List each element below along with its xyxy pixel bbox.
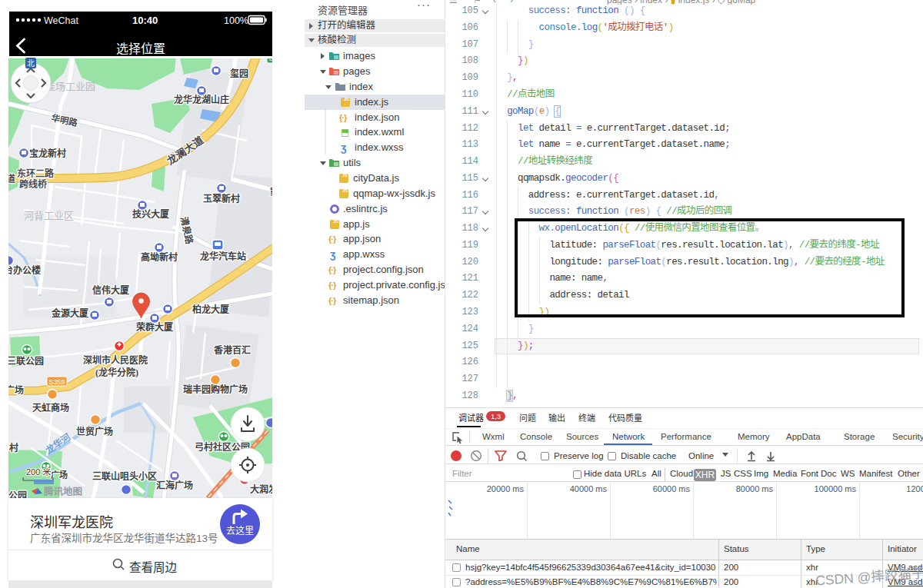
svg-text:腾讯地图: 腾讯地图 [43, 483, 82, 498]
svg-text:家: 家 [270, 184, 272, 198]
svg-text:三联公园: 三联公园 [8, 354, 44, 367]
svg-text:村: 村 [9, 440, 18, 453]
svg-text:世贸广场: 世贸广场 [76, 424, 113, 437]
svg-text:深圳市人民医院: 深圳市人民医院 [83, 353, 148, 366]
svg-text:柏龙大厦: 柏龙大厦 [192, 302, 230, 315]
svg-text:龙华汽车站: 龙华汽车站 [200, 249, 246, 262]
svg-text:河背工业区: 河背工业区 [24, 208, 74, 222]
svg-text:宝龙新村: 宝龙新村 [29, 146, 66, 159]
svg-text:(龙华分院): (龙华分院) [95, 365, 138, 378]
svg-text:技兴大厦: 技兴大厦 [132, 207, 170, 220]
svg-text:天虹商场: 天虹商场 [32, 400, 69, 414]
svg-text:广场: 广场 [8, 383, 24, 396]
svg-text:信伟大厦: 信伟大厦 [92, 283, 130, 296]
svg-text:200 米: 200 米 [26, 467, 51, 477]
svg-text:S359: S359 [48, 378, 65, 386]
svg-text:三联山咀头小区: 三联山咀头小区 [92, 469, 157, 482]
svg-text:100%: 100% [224, 15, 248, 26]
svg-text:公园: 公园 [8, 488, 27, 498]
svg-text:WeChat: WeChat [44, 15, 78, 26]
svg-text:10:40: 10:40 [132, 15, 158, 26]
svg-text:选择位置: 选择位置 [116, 38, 165, 56]
svg-text:跨线桥: 跨线桥 [19, 177, 48, 190]
svg-text:去这里: 去这里 [226, 523, 254, 537]
svg-text:香港百汇: 香港百汇 [213, 343, 251, 356]
svg-text:北: 北 [27, 57, 35, 68]
svg-text:玺园: 玺园 [230, 66, 248, 79]
svg-text:台办公楼: 台办公楼 [8, 263, 41, 276]
svg-text:金源大厦: 金源大厦 [51, 306, 89, 319]
svg-text:大润发: 大润发 [250, 482, 272, 495]
svg-text:道: 道 [8, 171, 15, 184]
